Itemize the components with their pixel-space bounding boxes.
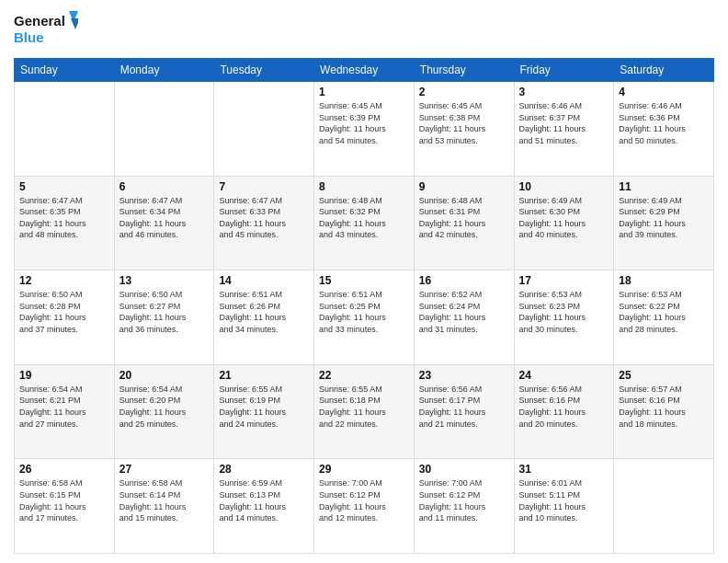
calendar-cell [214, 82, 314, 177]
calendar-cell: 22Sunrise: 6:55 AM Sunset: 6:18 PM Dayli… [314, 364, 415, 459]
day-number: 23 [419, 369, 509, 382]
day-info: Sunrise: 6:55 AM Sunset: 6:18 PM Dayligh… [319, 384, 409, 430]
day-info: Sunrise: 6:50 AM Sunset: 6:28 PM Dayligh… [19, 289, 109, 335]
day-info: Sunrise: 6:48 AM Sunset: 6:31 PM Dayligh… [419, 195, 509, 241]
day-number: 19 [19, 369, 109, 382]
day-number: 9 [419, 180, 509, 193]
calendar-cell: 29Sunrise: 7:00 AM Sunset: 6:12 PM Dayli… [314, 459, 415, 554]
header-row: SundayMondayTuesdayWednesdayThursdayFrid… [15, 59, 714, 82]
calendar-week-2: 5Sunrise: 6:47 AM Sunset: 6:35 PM Daylig… [15, 176, 714, 270]
calendar-body: 1Sunrise: 6:45 AM Sunset: 6:39 PM Daylig… [15, 82, 714, 554]
day-header-tuesday: Tuesday [214, 59, 314, 82]
day-number: 3 [519, 86, 609, 98]
calendar-table: SundayMondayTuesdayWednesdayThursdayFrid… [14, 58, 714, 554]
day-number: 30 [419, 463, 509, 476]
calendar-cell: 25Sunrise: 6:57 AM Sunset: 6:16 PM Dayli… [614, 364, 714, 459]
calendar-cell: 16Sunrise: 6:52 AM Sunset: 6:24 PM Dayli… [414, 270, 514, 365]
day-info: Sunrise: 6:56 AM Sunset: 6:17 PM Dayligh… [419, 384, 509, 430]
day-number: 14 [219, 274, 309, 287]
calendar-cell: 14Sunrise: 6:51 AM Sunset: 6:26 PM Dayli… [214, 270, 314, 365]
calendar-cell: 28Sunrise: 6:59 AM Sunset: 6:13 PM Dayli… [214, 459, 314, 554]
calendar-header: SundayMondayTuesdayWednesdayThursdayFrid… [15, 59, 714, 82]
day-number: 26 [19, 463, 109, 476]
day-info: Sunrise: 6:50 AM Sunset: 6:27 PM Dayligh… [119, 289, 210, 335]
calendar-cell: 18Sunrise: 6:53 AM Sunset: 6:22 PM Dayli… [614, 270, 714, 365]
day-info: Sunrise: 6:45 AM Sunset: 6:38 PM Dayligh… [419, 100, 509, 146]
calendar-week-4: 19Sunrise: 6:54 AM Sunset: 6:21 PM Dayli… [15, 364, 714, 459]
day-header-wednesday: Wednesday [314, 59, 415, 82]
day-info: Sunrise: 6:46 AM Sunset: 6:37 PM Dayligh… [519, 100, 609, 146]
calendar-cell: 26Sunrise: 6:58 AM Sunset: 6:15 PM Dayli… [15, 459, 115, 554]
day-number: 22 [319, 369, 409, 382]
calendar-cell: 5Sunrise: 6:47 AM Sunset: 6:35 PM Daylig… [15, 176, 115, 270]
day-header-thursday: Thursday [414, 59, 514, 82]
calendar-week-5: 26Sunrise: 6:58 AM Sunset: 6:15 PM Dayli… [15, 459, 714, 554]
day-info: Sunrise: 6:54 AM Sunset: 6:21 PM Dayligh… [19, 384, 109, 430]
calendar-cell [15, 82, 115, 177]
day-info: Sunrise: 6:53 AM Sunset: 6:22 PM Dayligh… [619, 289, 709, 335]
calendar-cell: 2Sunrise: 6:45 AM Sunset: 6:38 PM Daylig… [414, 82, 514, 177]
day-info: Sunrise: 6:45 AM Sunset: 6:39 PM Dayligh… [319, 100, 409, 146]
svg-marker-3 [71, 18, 78, 29]
day-info: Sunrise: 6:48 AM Sunset: 6:32 PM Dayligh… [319, 195, 409, 241]
calendar-cell: 23Sunrise: 6:56 AM Sunset: 6:17 PM Dayli… [414, 364, 514, 459]
calendar-cell: 4Sunrise: 6:46 AM Sunset: 6:36 PM Daylig… [614, 82, 714, 177]
day-info: Sunrise: 6:56 AM Sunset: 6:16 PM Dayligh… [519, 384, 609, 430]
calendar-cell: 30Sunrise: 7:00 AM Sunset: 6:12 PM Dayli… [414, 459, 514, 554]
calendar-cell: 20Sunrise: 6:54 AM Sunset: 6:20 PM Dayli… [114, 364, 214, 459]
day-info: Sunrise: 6:49 AM Sunset: 6:30 PM Dayligh… [519, 195, 609, 241]
day-number: 17 [519, 274, 609, 287]
day-info: Sunrise: 6:47 AM Sunset: 6:35 PM Dayligh… [19, 195, 109, 241]
calendar-cell: 31Sunrise: 6:01 AM Sunset: 5:11 PM Dayli… [514, 459, 614, 554]
day-number: 15 [319, 274, 409, 287]
day-info: Sunrise: 6:59 AM Sunset: 6:13 PM Dayligh… [219, 477, 309, 523]
calendar-cell: 8Sunrise: 6:48 AM Sunset: 6:32 PM Daylig… [314, 176, 415, 270]
day-info: Sunrise: 7:00 AM Sunset: 6:12 PM Dayligh… [319, 477, 409, 523]
day-number: 18 [619, 274, 709, 287]
calendar-cell: 27Sunrise: 6:58 AM Sunset: 6:14 PM Dayli… [114, 459, 214, 554]
day-info: Sunrise: 6:47 AM Sunset: 6:34 PM Dayligh… [119, 195, 210, 241]
svg-text:Blue: Blue [14, 29, 44, 45]
day-number: 31 [519, 463, 609, 476]
calendar-week-3: 12Sunrise: 6:50 AM Sunset: 6:28 PM Dayli… [15, 270, 714, 365]
calendar-cell: 13Sunrise: 6:50 AM Sunset: 6:27 PM Dayli… [114, 270, 214, 365]
day-number: 28 [219, 463, 309, 476]
day-number: 5 [19, 180, 109, 193]
calendar-cell: 19Sunrise: 6:54 AM Sunset: 6:21 PM Dayli… [15, 364, 115, 459]
day-number: 10 [519, 180, 609, 193]
logo: General Blue [14, 9, 78, 51]
day-number: 6 [119, 180, 210, 193]
calendar-cell: 10Sunrise: 6:49 AM Sunset: 6:30 PM Dayli… [514, 176, 614, 270]
calendar-cell [614, 459, 714, 554]
day-info: Sunrise: 6:58 AM Sunset: 6:14 PM Dayligh… [119, 477, 210, 523]
day-number: 16 [419, 274, 509, 287]
calendar-cell [114, 82, 214, 177]
day-info: Sunrise: 6:52 AM Sunset: 6:24 PM Dayligh… [419, 289, 509, 335]
day-info: Sunrise: 6:58 AM Sunset: 6:15 PM Dayligh… [19, 477, 109, 523]
calendar-cell: 6Sunrise: 6:47 AM Sunset: 6:34 PM Daylig… [114, 176, 214, 270]
calendar-cell: 7Sunrise: 6:47 AM Sunset: 6:33 PM Daylig… [214, 176, 314, 270]
calendar-cell: 1Sunrise: 6:45 AM Sunset: 6:39 PM Daylig… [314, 82, 415, 177]
day-info: Sunrise: 6:01 AM Sunset: 5:11 PM Dayligh… [519, 477, 609, 523]
day-number: 29 [319, 463, 409, 476]
day-number: 7 [219, 180, 309, 193]
page: General Blue SundayMondayTuesdayWednesda… [0, 0, 728, 563]
logo-svg: General Blue [14, 9, 78, 51]
day-number: 2 [419, 86, 509, 98]
day-number: 8 [319, 180, 409, 193]
calendar-cell: 3Sunrise: 6:46 AM Sunset: 6:37 PM Daylig… [514, 82, 614, 177]
day-number: 27 [119, 463, 210, 476]
calendar-cell: 24Sunrise: 6:56 AM Sunset: 6:16 PM Dayli… [514, 364, 614, 459]
day-info: Sunrise: 6:51 AM Sunset: 6:26 PM Dayligh… [219, 289, 309, 335]
day-info: Sunrise: 6:47 AM Sunset: 6:33 PM Dayligh… [219, 195, 309, 241]
day-info: Sunrise: 6:49 AM Sunset: 6:29 PM Dayligh… [619, 195, 709, 241]
day-number: 1 [319, 86, 409, 98]
day-info: Sunrise: 6:46 AM Sunset: 6:36 PM Dayligh… [619, 100, 709, 146]
day-header-sunday: Sunday [15, 59, 115, 82]
header: General Blue [14, 9, 714, 51]
calendar-cell: 12Sunrise: 6:50 AM Sunset: 6:28 PM Dayli… [15, 270, 115, 365]
day-info: Sunrise: 6:54 AM Sunset: 6:20 PM Dayligh… [119, 384, 210, 430]
day-info: Sunrise: 6:53 AM Sunset: 6:23 PM Dayligh… [519, 289, 609, 335]
day-header-monday: Monday [114, 59, 214, 82]
calendar-cell: 17Sunrise: 6:53 AM Sunset: 6:23 PM Dayli… [514, 270, 614, 365]
